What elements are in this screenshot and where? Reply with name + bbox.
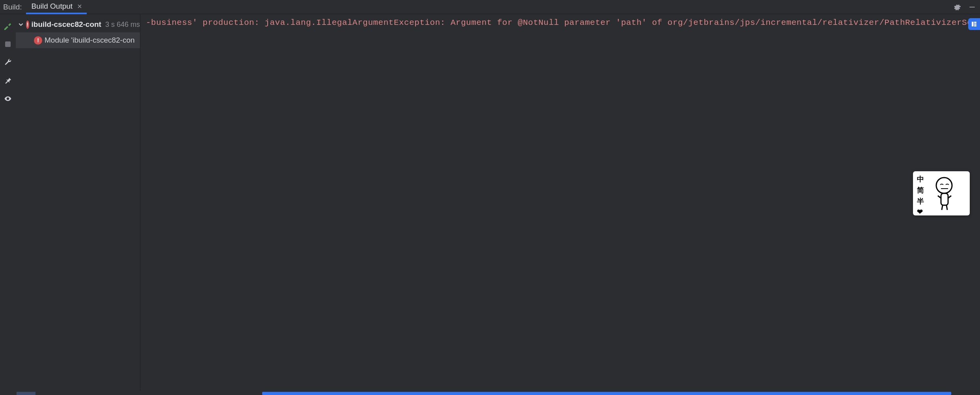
tree-root-row[interactable]: ! ibuild-cscec82-cont 3 s 646 ms [16,17,140,32]
tab-build-output[interactable]: Build Output [26,0,87,14]
tree-root-duration: 3 s 646 ms [105,21,140,29]
progress-bar [262,392,951,395]
ime-char-1: 中 [917,174,924,184]
svg-rect-3 [941,193,948,205]
build-tree: ! ibuild-cscec82-cont 3 s 646 ms ! Modul… [16,14,140,391]
error-icon: ! [34,36,42,45]
status-bar [0,391,980,395]
tree-root-name: ibuild-cscec82-cont [32,20,101,29]
svg-rect-0 [969,7,974,7]
side-panel-toggle[interactable] [968,18,980,30]
svg-line-6 [942,205,943,210]
svg-line-7 [946,205,947,210]
ime-char-3: 半 [917,197,924,206]
ime-heart-icon: ❤ [917,208,924,216]
hammer-icon[interactable] [3,21,13,31]
left-toolbar [0,14,16,391]
main-area: ! ibuild-cscec82-cont 3 s 646 ms ! Modul… [0,14,980,391]
output-pane: -business' production: java.lang.Illegal… [140,14,980,391]
ime-overlay[interactable]: 中 简 半 ❤ [913,171,970,215]
chevron-down-icon[interactable] [18,21,24,28]
ime-char-2: 简 [917,185,924,195]
close-icon[interactable] [76,3,83,9]
error-output-line: -business' production: java.lang.Illegal… [146,18,980,27]
tab-label: Build Output [32,2,73,11]
pin-icon[interactable] [3,76,13,85]
tree-child-message: Module 'ibuild-cscec82-con [45,36,135,45]
eye-icon[interactable] [3,94,13,103]
minimize-icon[interactable] [967,2,977,12]
ime-status-col: 中 简 半 ❤ [917,174,924,212]
ime-avatar-icon [928,174,956,212]
build-label: Build: [0,3,26,11]
gear-icon[interactable] [952,2,962,12]
tree-child-row[interactable]: ! Module 'ibuild-cscec82-con [16,32,140,48]
wrench-icon[interactable] [3,58,13,67]
error-icon: ! [26,21,29,29]
status-accent [17,392,35,395]
stop-icon[interactable] [3,39,13,49]
svg-point-1 [936,178,952,193]
build-header: Build: Build Output [0,0,980,14]
